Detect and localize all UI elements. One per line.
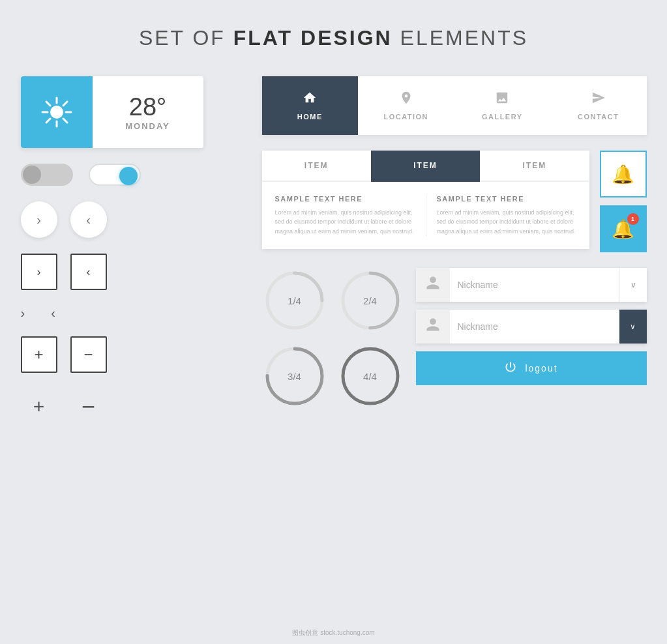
progress-circles: 1/4 2/4 — [262, 268, 403, 409]
user-dropdown-1[interactable]: Nickname ∨ — [416, 268, 647, 302]
user-icon-1 — [425, 275, 441, 295]
svg-line-8 — [46, 119, 50, 123]
nav-item-gallery[interactable]: GALLERY — [454, 76, 551, 135]
toggles-row — [21, 164, 243, 186]
svg-line-6 — [63, 119, 67, 123]
contact-icon — [591, 91, 606, 109]
plus-square-button[interactable]: + — [21, 336, 57, 373]
user-name-2: Nickname — [450, 321, 619, 332]
progress-1-4: 1/4 — [262, 268, 327, 333]
nav-label-home: HOME — [297, 113, 323, 121]
user-dropdown-2[interactable]: Nickname ∨ — [416, 310, 647, 344]
progress-label-4: 4/4 — [363, 371, 377, 382]
bell-section: 🔔 🔔 1 — [600, 151, 647, 252]
arrow-right-round-button[interactable]: › — [21, 201, 57, 238]
toggle-off[interactable] — [21, 164, 73, 186]
progress-label-3: 3/4 — [288, 371, 301, 382]
user-section: Nickname ∨ Nickname ∨ — [416, 268, 647, 409]
tab-button-1[interactable]: ITEM — [262, 151, 371, 182]
round-arrows-row: › ‹ — [21, 201, 243, 238]
toggle-knob-off — [23, 166, 41, 184]
watermark: 图虫创意 stock.tuchong.com — [292, 628, 374, 637]
tab-button-3[interactable]: ITEM — [480, 151, 589, 182]
toggle-on[interactable] — [89, 164, 141, 186]
location-icon — [399, 91, 413, 109]
logout-button[interactable]: logout — [416, 351, 647, 385]
gallery-icon — [495, 91, 509, 109]
bell-badge: 1 — [627, 213, 639, 225]
progress-2-4: 2/4 — [338, 268, 403, 333]
progress-3-4: 3/4 — [262, 344, 327, 409]
plain-arrows-row: › ‹ — [21, 306, 243, 321]
page-title: SET OF FLAT DESIGN ELEMENTS — [139, 26, 528, 50]
sample-title-1: SAMPLE TEXT HERE — [275, 195, 415, 203]
dropdown-arrow-2[interactable]: ∨ — [619, 310, 647, 344]
power-icon — [504, 360, 517, 377]
arrow-right-square-button[interactable]: › — [21, 254, 57, 290]
plusminus-plain-row: + − — [21, 388, 243, 425]
nav-label-contact: CONTACT — [578, 113, 619, 121]
bell-outline-icon: 🔔 — [612, 164, 634, 185]
weather-icon-panel — [21, 76, 93, 148]
plus-plain-button[interactable]: + — [21, 388, 57, 425]
day-label: MONDAY — [125, 121, 170, 131]
sun-icon — [40, 95, 74, 129]
dropdown-arrow-1[interactable]: ∨ — [619, 268, 647, 302]
svg-line-5 — [46, 102, 50, 106]
nav-bar: HOME LOCATION GALLERY CONTACT — [262, 76, 647, 135]
weather-info: 28° MONDAY — [93, 76, 203, 148]
avatar-1 — [416, 268, 450, 302]
user-icon-2 — [425, 317, 441, 336]
square-arrows-row: › ‹ — [21, 254, 243, 290]
user-name-1: Nickname — [450, 280, 619, 290]
nav-item-location[interactable]: LOCATION — [358, 76, 454, 135]
minus-plain-button[interactable]: − — [70, 388, 107, 425]
arrow-right-plain[interactable]: › — [21, 306, 25, 321]
home-icon — [303, 91, 317, 109]
tab-button-2[interactable]: ITEM — [371, 151, 480, 182]
sample-text-1: Lorem ad minim veniam, quis nostrud adip… — [275, 208, 415, 236]
svg-point-0 — [50, 106, 63, 119]
tab-section-1: SAMPLE TEXT HERE Lorem ad minim veniam, … — [275, 195, 426, 236]
sample-title-2: SAMPLE TEXT HERE — [437, 195, 576, 203]
sample-text-2: Lorem ad minim veniam, quis nostrud adip… — [437, 208, 576, 236]
progress-label-2: 2/4 — [363, 295, 377, 306]
nav-label-location: LOCATION — [383, 113, 428, 121]
tab-panel: ITEM ITEM ITEM SAMPLE TEXT HERE Lorem ad… — [262, 151, 589, 249]
toggle-knob-on — [119, 167, 138, 185]
nav-item-home[interactable]: HOME — [262, 76, 359, 135]
progress-label-1: 1/4 — [288, 295, 301, 306]
temperature: 28° — [129, 93, 166, 121]
plusminus-square-row: + − — [21, 336, 243, 373]
progress-4-4: 4/4 — [338, 344, 403, 409]
svg-line-7 — [63, 102, 67, 106]
bottom-area: 1/4 2/4 — [262, 268, 647, 409]
tab-content: SAMPLE TEXT HERE Lorem ad minim veniam, … — [262, 182, 589, 249]
bell-outline-button[interactable]: 🔔 — [600, 151, 647, 198]
minus-square-button[interactable]: − — [70, 336, 107, 373]
weather-widget: 28° MONDAY — [21, 76, 203, 148]
arrow-left-plain[interactable]: ‹ — [51, 306, 55, 321]
nav-label-gallery: GALLERY — [482, 113, 523, 121]
logout-label: logout — [525, 363, 557, 373]
arrow-left-round-button[interactable]: ‹ — [70, 201, 107, 238]
nav-item-contact[interactable]: CONTACT — [550, 76, 647, 135]
tab-section-2: SAMPLE TEXT HERE Lorem ad minim veniam, … — [426, 195, 576, 236]
avatar-2 — [416, 310, 450, 344]
arrow-left-square-button[interactable]: ‹ — [70, 254, 107, 290]
tab-header: ITEM ITEM ITEM — [262, 151, 589, 182]
bell-filled-button[interactable]: 🔔 1 — [600, 205, 647, 252]
